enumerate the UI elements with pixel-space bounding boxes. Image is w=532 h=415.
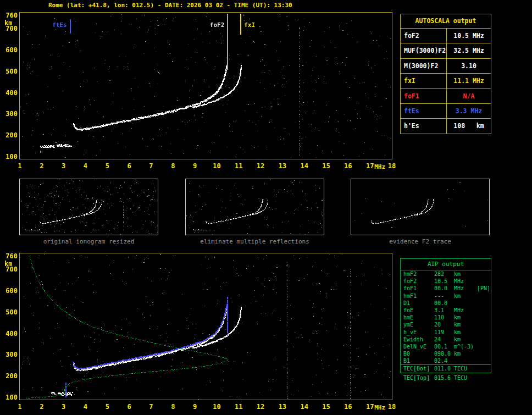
aip-row-label: foF2 [401, 278, 434, 285]
aip-row-label: hmF2 [401, 270, 434, 278]
autoscala-row: h'Es108 km [401, 119, 491, 133]
autoscala-row: M(3000)F23.10 [401, 59, 491, 74]
aip-row-value: 110 [434, 314, 454, 321]
aip-row-value: 24 [434, 336, 454, 343]
aip-row: Ewidth24km [401, 336, 491, 343]
autoscala-row-value: 108 km [447, 119, 491, 133]
marker-label-ftEs: ftEs [31, 21, 67, 29]
autoscala-output-table: AUTOSCALA output foF210.5 MHzMUF(3000)F2… [400, 14, 491, 134]
x-tick-label: 12 [254, 403, 267, 411]
x-tick-label: 15 [320, 403, 333, 411]
aip-table-title: AIP output [401, 259, 491, 270]
x-tick-label: 1 [13, 162, 26, 170]
aip-row-note [477, 336, 491, 343]
autoscala-row-label: M(3000)F2 [401, 59, 447, 73]
autoscala-row-value: 3.10 [447, 59, 491, 73]
aip-row-unit [454, 357, 477, 364]
aip-row: foE3.1MHz [401, 307, 491, 314]
y-tick-label: 200 [2, 132, 18, 139]
x-tick-label: 2 [35, 162, 48, 170]
aip-row-value: 00.0 [434, 300, 454, 307]
aip-row: foF210.5MHz [401, 278, 491, 285]
y-tick-label: 760 [2, 12, 18, 19]
autoscala-row: fxI11.1 MHz [401, 74, 491, 88]
aip-row-label: B0 [401, 350, 434, 357]
x-tick-label: 10 [210, 162, 223, 170]
aip-row-label: ymE [401, 321, 434, 328]
aip-row-unit: km [454, 314, 477, 321]
thumbnail-caption-eliminate: eliminate multiple reflections [185, 238, 324, 245]
thumbnail-f2-trace [351, 179, 490, 235]
aip-row: h_vE119km [401, 329, 491, 336]
x-tick-label: 7 [145, 403, 158, 411]
autoscala-row-value: 11.1 MHz [447, 74, 491, 88]
autoscala-row: MUF(3000)F232.5 MHz [401, 43, 491, 58]
aip-row-value: 011.0 [434, 365, 454, 372]
autoscala-row: foF210.5 MHz [401, 29, 491, 43]
x-tick-label: 8 [167, 403, 180, 411]
aip-output-table: AIP output hmF2282kmfoF210.5MHzfoF100.0M… [400, 258, 491, 373]
y-tick-label: 100 [2, 153, 18, 161]
aip-table-rows: hmF2282kmfoF210.5MHzfoF100.0MHz[PN]hmF1-… [401, 270, 491, 373]
aip-row-unit: MHz [454, 307, 477, 314]
y-tick-label: 400 [2, 90, 18, 97]
top-ionogram-canvas [20, 13, 392, 159]
aip-row: B102.4 [401, 357, 491, 364]
y-tick-label: 200 [2, 373, 18, 380]
top-ionogram-plot: 760700600500400300200100km12345678910111… [19, 12, 392, 159]
autoscala-row-label: fxI [401, 74, 447, 88]
aip-row-unit: MHz [454, 278, 477, 285]
aip-row-label: DelN_vE [401, 343, 434, 350]
bottom-ionogram-canvas [20, 253, 392, 400]
x-tick-label: 5 [101, 403, 114, 411]
y-tick-label: 300 [2, 110, 18, 118]
aip-row-note [477, 329, 491, 336]
autoscala-row-label: foF1 [401, 89, 447, 103]
aip-row-value: 3.1 [434, 307, 454, 314]
autoscala-row-label: ftEs [401, 104, 447, 118]
x-tick-label: 15 [320, 162, 333, 170]
aip-row-note [477, 270, 491, 278]
x-tick-label: 4 [79, 403, 92, 411]
x-tick-label: 12 [254, 162, 267, 170]
x-tick-label: 13 [276, 403, 289, 411]
aip-row-value: 282 [434, 270, 454, 278]
x-tick-label: 2 [35, 403, 48, 411]
marker-label-foF2: foF2 [188, 21, 224, 29]
x-tick-label: 18 [385, 162, 398, 170]
autoscala-table-rows: foF210.5 MHzMUF(3000)F232.5 MHzM(3000)F2… [401, 29, 491, 134]
x-tick-label: 11 [232, 403, 245, 411]
aip-row-unit: km [454, 270, 477, 278]
x-axis-unit: MHz [373, 163, 386, 170]
aip-row-note: [PN] [477, 285, 491, 292]
aip-outside-label: TEC[Top] [401, 374, 434, 382]
y-tick-label: 600 [2, 287, 18, 295]
aip-row-label: foE [401, 307, 434, 314]
aip-tec-top-row: TEC[Top]015.6TECU [400, 374, 491, 382]
y-tick-label: 400 [2, 330, 18, 337]
x-tick-label: 9 [189, 403, 202, 411]
aip-row-value: --- [434, 292, 454, 300]
x-tick-label: 14 [298, 403, 311, 411]
autoscala-row-value: 32.5 MHz [447, 43, 491, 58]
thumbnail-original-canvas [20, 179, 158, 235]
thumbnail-caption-original: original ionogram resized [19, 238, 158, 245]
y-tick-label: 500 [2, 68, 18, 75]
aip-row-note [477, 350, 491, 357]
aip-row: TEC[Bot]011.0TECU [401, 364, 491, 372]
aip-row-unit: m^(-3) [454, 343, 477, 350]
aip-outside-unit: TECU [454, 374, 477, 382]
aip-row-value: 20 [434, 321, 454, 328]
x-tick-label: 6 [123, 162, 136, 170]
x-tick-label: 13 [276, 162, 289, 170]
thumbnail-original-ionogram [19, 179, 158, 235]
aip-row-label: foF1 [401, 285, 434, 292]
x-tick-label: 16 [341, 162, 354, 170]
aip-row-note [477, 321, 491, 328]
aip-outside-note [477, 374, 491, 382]
autoscala-row-value: 10.5 MHz [447, 29, 491, 43]
aip-row-note [477, 300, 491, 307]
y-tick-label: 300 [2, 351, 18, 358]
aip-row: hmE110km [401, 314, 491, 321]
aip-row-label: D1 [401, 300, 434, 307]
